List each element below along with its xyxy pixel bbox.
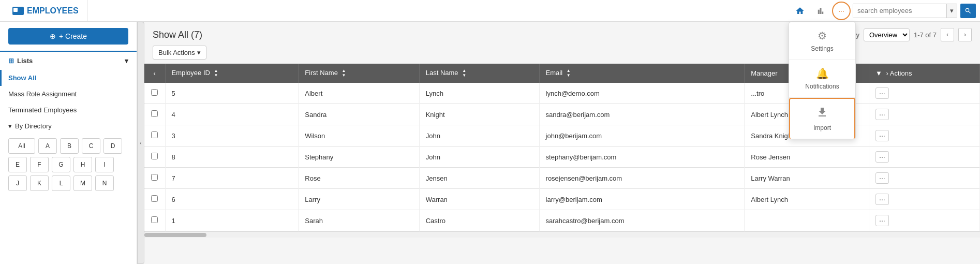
dir-btn-e[interactable]: E (8, 157, 27, 172)
import-popup-item[interactable]: Import (789, 98, 855, 139)
prev-col-icon[interactable]: ‹ (154, 69, 156, 77)
row-last-name: Jensen (419, 168, 539, 189)
row-last-name: Castro (419, 210, 539, 231)
sidebar-collapse-handle[interactable]: ‹ (137, 22, 144, 264)
charts-button[interactable] (811, 2, 830, 20)
row-actions-button[interactable]: ··· (875, 87, 889, 99)
dir-btn-k[interactable]: K (30, 175, 49, 191)
dir-btn-m[interactable]: M (73, 175, 92, 191)
dir-btn-d[interactable]: D (103, 138, 122, 154)
row-last-name: John (419, 125, 539, 146)
dir-btn-l[interactable]: L (52, 175, 70, 191)
search-dropdown-button[interactable]: ▾ (946, 4, 957, 18)
more-options-button[interactable]: ··· (832, 2, 851, 20)
pagination-info: 1-7 of 7 (914, 31, 937, 39)
actions-expand-icon[interactable]: › (886, 69, 888, 77)
dir-btn-j[interactable]: J (8, 175, 27, 191)
display-select[interactable]: Overview Detail (864, 28, 910, 41)
row-first-name: Albert (299, 83, 419, 104)
by-directory-header[interactable]: ▾ By Directory (0, 118, 137, 134)
row-actions-cell: ··· (869, 189, 980, 210)
row-checkbox-cell (144, 83, 165, 104)
dir-btn-f[interactable]: F (30, 157, 49, 172)
lists-label: Lists (17, 57, 33, 65)
row-actions-cell: ··· (869, 146, 980, 168)
dir-btn-h[interactable]: H (73, 157, 92, 172)
dir-btn-g[interactable]: G (52, 157, 70, 172)
row-email: sarahcastro@berijam.com (539, 210, 745, 231)
row-manager: Rose Jensen (745, 146, 869, 168)
mass-role-label: Mass Role Assignment (8, 90, 77, 98)
scrollbar-thumb[interactable] (144, 233, 206, 237)
search-input[interactable] (853, 4, 946, 18)
row-last-name: Lynch (419, 83, 539, 104)
sidebar-item-terminated[interactable]: Terminated Employees (0, 102, 137, 118)
dir-btn-i[interactable]: I (95, 157, 114, 172)
row-checkbox[interactable] (151, 131, 158, 138)
row-checkbox[interactable] (151, 89, 158, 96)
settings-popup-item[interactable]: ⚙ Settings (789, 22, 855, 60)
settings-label: Settings (811, 45, 833, 52)
home-icon (795, 6, 805, 16)
row-employee-id: 1 (165, 210, 299, 231)
first-name-sort-icon[interactable]: ▲▼ (341, 69, 346, 78)
row-manager (745, 210, 869, 231)
create-label: + Create (59, 32, 87, 40)
row-checkbox[interactable] (151, 153, 158, 159)
row-checkbox[interactable] (151, 216, 158, 223)
sidebar-item-show-all[interactable]: Show All (0, 70, 137, 86)
row-actions-button[interactable]: ··· (875, 130, 889, 141)
email-sort-icon[interactable]: ▲▼ (567, 69, 571, 78)
dir-btn-c[interactable]: C (82, 138, 100, 154)
row-actions-cell: ··· (869, 104, 980, 125)
table-row: 8 Stephany John stephany@berijam.com Ros… (144, 146, 980, 168)
notifications-icon: 🔔 (816, 67, 829, 80)
table-row: 1 Sarah Castro sarahcastro@berijam.com ·… (144, 210, 980, 231)
bulk-actions-button[interactable]: Bulk Actions ▾ (153, 46, 206, 60)
pagination-prev-button[interactable]: ‹ (941, 28, 954, 41)
search-go-button[interactable] (960, 4, 976, 18)
row-email: stephany@berijam.com (539, 146, 745, 168)
dir-btn-n[interactable]: N (95, 175, 114, 191)
search-go-icon (964, 7, 972, 14)
row-checkbox[interactable] (151, 174, 158, 181)
row-actions-cell: ··· (869, 210, 980, 231)
dir-btn-a[interactable]: A (38, 138, 57, 154)
row-checkbox-cell (144, 104, 165, 125)
show-all-label: Show All (8, 74, 36, 82)
row-actions-button[interactable]: ··· (875, 151, 889, 163)
row-checkbox[interactable] (151, 110, 158, 117)
app-title: EMPLOYEES (4, 0, 87, 21)
row-employee-id: 5 (165, 83, 299, 104)
row-actions-button[interactable]: ··· (875, 109, 889, 120)
actions-filter-icon[interactable]: ▼ (875, 69, 882, 77)
dir-btn-b[interactable]: B (60, 138, 79, 154)
import-label: Import (813, 124, 831, 131)
row-last-name: John (419, 146, 539, 168)
row-actions-cell: ··· (869, 83, 980, 104)
row-actions-button[interactable]: ··· (875, 172, 889, 184)
sidebar-section-header[interactable]: ⊞ Lists ▾ (0, 52, 137, 70)
directory-label: By Directory (15, 122, 52, 130)
row-employee-id: 6 (165, 189, 299, 210)
row-checkbox[interactable] (151, 195, 158, 202)
dir-btn-all[interactable]: All (8, 138, 35, 154)
row-manager: Larry Warran (745, 168, 869, 189)
row-actions-button[interactable]: ··· (875, 215, 889, 226)
row-actions-cell: ··· (869, 125, 980, 146)
create-icon: ⊕ (50, 32, 56, 40)
row-first-name: Sandra (299, 104, 419, 125)
horizontal-scrollbar[interactable] (144, 231, 980, 238)
employee-id-sort-icon[interactable]: ▲▼ (214, 69, 218, 78)
last-name-sort-icon[interactable]: ▲▼ (462, 69, 466, 78)
create-button[interactable]: ⊕ + Create (8, 28, 128, 45)
home-button[interactable] (791, 2, 809, 20)
pagination-next-button[interactable]: › (958, 28, 972, 41)
row-checkbox-cell (144, 125, 165, 146)
sidebar-item-mass-role[interactable]: Mass Role Assignment (0, 86, 137, 102)
import-icon (816, 106, 828, 121)
lists-grid-icon: ⊞ (8, 57, 14, 65)
row-first-name: Rose (299, 168, 419, 189)
row-actions-button[interactable]: ··· (875, 194, 889, 205)
notifications-popup-item[interactable]: 🔔 Notifications (789, 60, 855, 98)
